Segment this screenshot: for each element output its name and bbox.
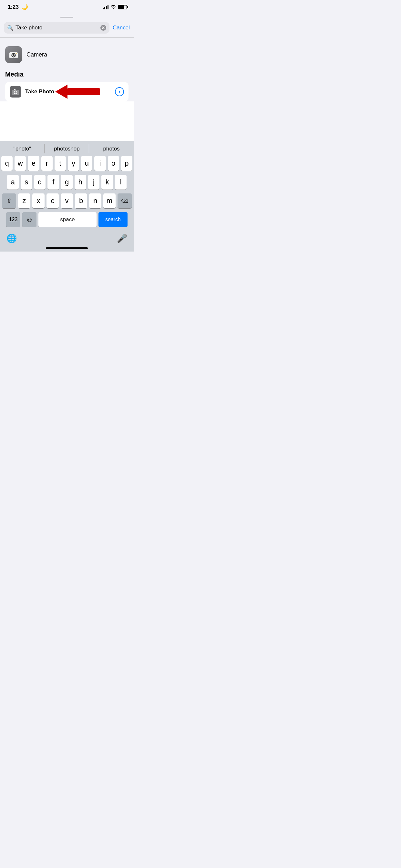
- keyboard: q w e r t y u i o p a s d f g h j k l ⇧ …: [0, 156, 134, 227]
- keyboard-row-4: 123 ☺ space search: [1, 212, 132, 227]
- key-j[interactable]: j: [88, 175, 100, 190]
- bottom-bar: 🌐 🎤: [0, 231, 134, 247]
- globe-icon[interactable]: 🌐: [6, 234, 17, 244]
- wifi-icon: [111, 4, 116, 10]
- take-photo-row[interactable]: Take Photo i: [5, 82, 128, 101]
- svg-point-4: [16, 53, 17, 54]
- status-bar: 1:23 🌙: [0, 0, 134, 14]
- shortcut-row-wrapper: Take Photo i: [5, 82, 128, 101]
- take-photo-icon: [10, 86, 21, 97]
- key-e[interactable]: e: [28, 156, 39, 171]
- keyboard-row-1: q w e r t y u i o p: [1, 156, 132, 171]
- key-w[interactable]: w: [14, 156, 26, 171]
- drag-handle-area: [0, 14, 134, 20]
- key-x[interactable]: x: [32, 193, 44, 208]
- backspace-key[interactable]: ⌫: [118, 193, 132, 208]
- svg-rect-3: [12, 52, 13, 53]
- key-f[interactable]: f: [48, 175, 59, 190]
- key-i[interactable]: i: [94, 156, 105, 171]
- content-area: Camera Media Take Photo: [0, 38, 134, 141]
- key-q[interactable]: q: [1, 156, 12, 171]
- space-key[interactable]: space: [38, 212, 96, 227]
- take-photo-label: Take Photo: [25, 89, 111, 95]
- search-area: 🔍 Cancel: [0, 20, 134, 37]
- media-section-header: Media: [5, 68, 128, 82]
- key-z[interactable]: z: [18, 193, 30, 208]
- results-area: Camera Media Take Photo: [0, 38, 134, 101]
- key-v[interactable]: v: [61, 193, 73, 208]
- key-p[interactable]: p: [121, 156, 132, 171]
- key-n[interactable]: n: [89, 193, 101, 208]
- battery-icon: [118, 5, 127, 9]
- predictive-photoshop[interactable]: photoshop: [44, 144, 89, 153]
- key-l[interactable]: l: [115, 175, 127, 190]
- camera-app-name: Camera: [27, 51, 47, 58]
- numbers-key[interactable]: 123: [6, 212, 20, 227]
- key-a[interactable]: a: [7, 175, 19, 190]
- svg-rect-7: [14, 89, 16, 90]
- predictive-photo-quoted[interactable]: "photo": [0, 144, 44, 153]
- status-icons: [103, 4, 127, 10]
- key-c[interactable]: c: [47, 193, 59, 208]
- cancel-button[interactable]: Cancel: [113, 25, 130, 31]
- camera-app-icon: [5, 46, 22, 63]
- key-o[interactable]: o: [108, 156, 119, 171]
- key-d[interactable]: d: [34, 175, 46, 190]
- emoji-key[interactable]: ☺: [22, 212, 36, 227]
- key-b[interactable]: b: [75, 193, 87, 208]
- signal-icon: [103, 5, 109, 9]
- key-g[interactable]: g: [61, 175, 73, 190]
- keyboard-area: "photo" photoshop photos q w e r t y u i…: [0, 141, 134, 252]
- keyboard-row-2: a s d f g h j k l: [1, 175, 132, 190]
- search-key[interactable]: search: [98, 212, 127, 227]
- home-indicator-area: [0, 247, 134, 252]
- key-u[interactable]: u: [81, 156, 92, 171]
- svg-point-2: [12, 54, 14, 56]
- drag-handle: [60, 17, 73, 18]
- keyboard-row-3: ⇧ z x c v b n m ⌫: [1, 193, 132, 208]
- microphone-icon[interactable]: 🎤: [117, 234, 127, 244]
- moon-icon: 🌙: [22, 4, 28, 10]
- search-input-wrapper[interactable]: 🔍: [4, 22, 110, 34]
- camera-app-result[interactable]: Camera: [5, 43, 128, 68]
- key-t[interactable]: t: [55, 156, 66, 171]
- time-display: 1:23: [8, 4, 19, 10]
- search-input[interactable]: [16, 25, 98, 31]
- info-button[interactable]: i: [115, 87, 124, 96]
- predictive-photos[interactable]: photos: [89, 144, 134, 153]
- shift-key[interactable]: ⇧: [2, 193, 16, 208]
- key-r[interactable]: r: [41, 156, 53, 171]
- clear-button[interactable]: [100, 25, 106, 31]
- key-y[interactable]: y: [68, 156, 79, 171]
- key-s[interactable]: s: [21, 175, 32, 190]
- predictive-bar: "photo" photoshop photos: [0, 141, 134, 156]
- key-m[interactable]: m: [103, 193, 116, 208]
- status-time: 1:23 🌙: [8, 4, 28, 10]
- key-k[interactable]: k: [101, 175, 113, 190]
- search-icon: 🔍: [7, 25, 13, 31]
- home-bar: [46, 247, 88, 249]
- key-h[interactable]: h: [74, 175, 86, 190]
